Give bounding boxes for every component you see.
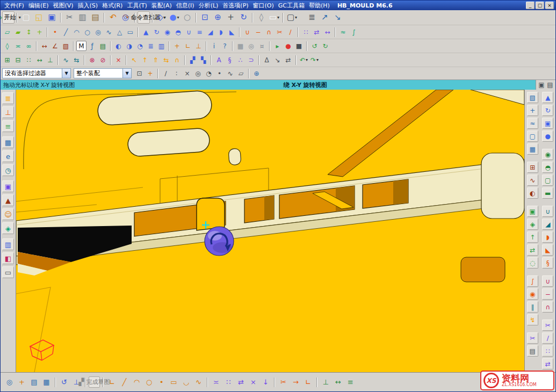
interference-check-button[interactable]: ⊗ bbox=[87, 55, 97, 65]
restore-button[interactable]: ▢ bbox=[536, 2, 544, 9]
cylinder-feature-button[interactable]: ● bbox=[542, 130, 553, 142]
stop-macro-button[interactable]: ■ bbox=[294, 41, 304, 51]
constraint-navigator-tab[interactable]: ⊥ bbox=[2, 106, 14, 118]
new-file-button[interactable]: ▢ bbox=[20, 11, 32, 24]
roles-tab[interactable]: ☺ bbox=[2, 208, 14, 220]
touch-mode-tab[interactable]: ▭ bbox=[2, 266, 14, 278]
ellipse-button[interactable]: ◎ bbox=[93, 27, 103, 37]
edit-parameters-button[interactable]: Δ bbox=[262, 55, 272, 65]
circle-button[interactable]: ○ bbox=[82, 27, 92, 37]
intersect-button[interactable]: ∩ bbox=[264, 27, 274, 37]
intersection-point-button[interactable]: × bbox=[248, 376, 259, 388]
mold-bom-button[interactable]: ▤ bbox=[527, 345, 538, 357]
cut-button[interactable]: ✂ bbox=[63, 11, 76, 24]
point-set-button[interactable]: ∴ bbox=[235, 55, 245, 65]
pad-feature-button[interactable]: ▬ bbox=[542, 187, 553, 199]
polygon-button[interactable]: △ bbox=[114, 27, 125, 37]
trim-body-button[interactable]: ✂ bbox=[275, 27, 285, 37]
unite-boolean-button[interactable]: ∪ bbox=[542, 275, 553, 287]
ruled-surface-button[interactable]: ◊ bbox=[2, 41, 12, 51]
profile-button[interactable]: ∟ bbox=[106, 376, 118, 388]
chamfer-feature-button[interactable]: ◣ bbox=[542, 244, 553, 256]
shell-button[interactable]: ∪ bbox=[184, 27, 194, 37]
wcs-display-button[interactable]: ⊥ bbox=[193, 41, 204, 51]
intersection-curve-button[interactable]: ⊃ bbox=[246, 55, 256, 65]
wcs-toggle-button[interactable]: + bbox=[16, 376, 27, 388]
initialize-mold-project-button[interactable]: ▧ bbox=[527, 92, 538, 103]
details-pane-button[interactable]: ▤ bbox=[546, 81, 554, 89]
snap-arc-center-button[interactable]: ◎ bbox=[193, 68, 203, 78]
text-button[interactable]: A bbox=[214, 55, 224, 65]
clearance-analysis-button[interactable]: ⊘ bbox=[98, 55, 108, 65]
info-window-button[interactable]: i bbox=[209, 41, 219, 51]
grid-toggle-button[interactable]: ▦ bbox=[41, 376, 52, 388]
synchronize-button[interactable]: ⇄ bbox=[283, 55, 293, 65]
wcs-dynamics-button[interactable]: + bbox=[172, 41, 182, 51]
edge-blend-button[interactable]: ◗ bbox=[216, 27, 226, 37]
sub-insert-button[interactable]: ◌ bbox=[527, 257, 538, 268]
wave-geometry-button[interactable]: ∿ bbox=[61, 55, 71, 65]
chevron-down-icon[interactable]: ▼ bbox=[62, 69, 70, 78]
manufacturing-wizard-tab[interactable]: ▲ bbox=[2, 194, 14, 206]
general-selection-filter-button[interactable]: ⊡ bbox=[134, 68, 145, 78]
ejector-pin-button[interactable]: ↑ bbox=[527, 231, 538, 243]
delete-button[interactable]: × bbox=[113, 55, 124, 65]
datum-axis-button[interactable]: ↕ bbox=[24, 27, 34, 37]
record-macro-button[interactable]: ● bbox=[283, 41, 293, 51]
parting-surface-button[interactable]: ∿ bbox=[527, 175, 538, 186]
extrude-button[interactable]: ▲ bbox=[141, 27, 151, 37]
shrinkage-button[interactable]: ≈ bbox=[527, 118, 538, 129]
boss-button[interactable]: ◓ bbox=[173, 27, 183, 37]
thread-feature-button[interactable]: § bbox=[542, 257, 553, 268]
chamfer-button[interactable]: ◣ bbox=[227, 27, 237, 37]
boss-feature-button[interactable]: ◓ bbox=[542, 162, 553, 173]
refresh-button[interactable]: ↺ bbox=[309, 41, 320, 51]
rectangle-button[interactable]: ▭ bbox=[125, 27, 135, 37]
offset-curve-button[interactable]: ≍ bbox=[211, 376, 222, 388]
dependencies-pane-button[interactable]: ▣ bbox=[537, 81, 546, 89]
shaded-display-button[interactable]: ●▾ bbox=[168, 11, 180, 24]
internet-browser-tab[interactable]: e bbox=[2, 150, 14, 162]
make-corner-button[interactable]: ∟ bbox=[302, 376, 314, 388]
expression-button[interactable]: ƒ bbox=[87, 41, 97, 51]
mold-tools-button[interactable]: ⊞ bbox=[527, 162, 538, 173]
layer-settings-button[interactable]: ≣ bbox=[146, 41, 156, 51]
pull-face-button[interactable]: ↑ bbox=[140, 55, 150, 65]
quick-trim-button[interactable]: ✂ bbox=[278, 376, 289, 388]
paste-button[interactable]: ▤ bbox=[89, 11, 102, 24]
snap-existing-point-button[interactable]: • bbox=[214, 68, 225, 78]
gate-button[interactable]: ◉ bbox=[527, 288, 538, 300]
mirror-feature-button[interactable]: ⇄ bbox=[312, 27, 322, 37]
pattern-feature-button[interactable]: ∷ bbox=[301, 27, 311, 37]
draft-button[interactable]: ◢ bbox=[205, 27, 215, 37]
show-hide-button[interactable]: ◑ bbox=[124, 41, 134, 51]
object-display-button[interactable]: ◐ bbox=[113, 41, 124, 51]
snap-quadrant-button[interactable]: ◔ bbox=[204, 68, 214, 78]
perspective-button[interactable]: ◊ bbox=[255, 11, 268, 24]
mold-base-button[interactable]: ▣ bbox=[527, 206, 538, 217]
mirror-body-button[interactable]: ⇄ bbox=[542, 358, 553, 369]
subtract-button[interactable]: − bbox=[253, 27, 263, 37]
block-feature-button[interactable]: ▣ bbox=[542, 118, 553, 129]
snap-point-on-curve-button[interactable]: ∿ bbox=[225, 68, 235, 78]
wireframe-display-button[interactable]: ○ bbox=[181, 11, 193, 24]
measure-angle-button[interactable]: ∠ bbox=[50, 41, 60, 51]
mirror-assembly-button[interactable]: ⇆ bbox=[71, 55, 82, 65]
background-button[interactable]: ▭▾ bbox=[268, 11, 280, 24]
assembly-constraints-button[interactable]: ⊥ bbox=[45, 55, 55, 65]
menu-gc-toolbox[interactable]: GC工具箱 bbox=[276, 1, 307, 10]
orient-sketch-button[interactable]: ↺ bbox=[59, 376, 70, 388]
snap-midpoint-button[interactable]: ∶ bbox=[171, 68, 182, 78]
point-button[interactable]: • bbox=[50, 27, 60, 37]
mold-csys-button[interactable]: + bbox=[527, 105, 538, 116]
snap-point-toggle-button[interactable]: + bbox=[145, 68, 155, 78]
menu-window[interactable]: 窗口(O) bbox=[251, 1, 276, 10]
pattern-array-button[interactable]: ∷ bbox=[542, 345, 553, 357]
update-display-button[interactable]: ↻ bbox=[320, 41, 330, 51]
transform-button[interactable]: ↘ bbox=[272, 55, 283, 65]
view-globe-button[interactable]: ◎ bbox=[4, 376, 15, 388]
graphics-viewport[interactable] bbox=[16, 90, 524, 372]
split-body-button[interactable]: ∕ bbox=[285, 27, 295, 37]
edge-blend-feature-button[interactable]: ◗ bbox=[542, 231, 553, 243]
window-button[interactable]: ▢▾ bbox=[286, 11, 298, 24]
